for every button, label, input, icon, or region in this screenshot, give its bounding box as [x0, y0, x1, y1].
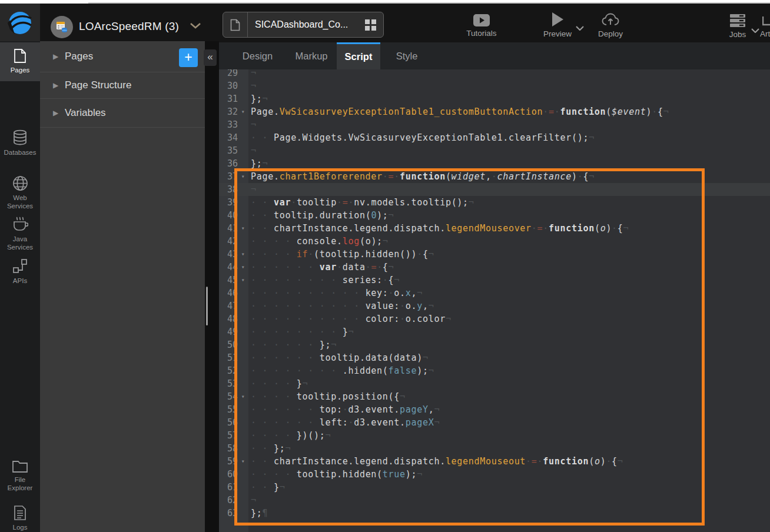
folder-icon	[12, 459, 28, 473]
line-number: 36	[219, 157, 238, 170]
project-avatar[interactable]	[51, 16, 73, 38]
code-line-48[interactable]: 48· · · · · · · · · · color:·o.color¬	[219, 312, 770, 325]
code-line-43[interactable]: 43▾· · · · if·(tooltip.hidden())·{¬	[219, 248, 770, 261]
code-lines[interactable]: 29¬30¬31};¬32▾Page.VwSicasurveyException…	[219, 69, 770, 520]
code-line-39[interactable]: 39· · var·tooltip·=·nv.models.tooltip();…	[219, 196, 770, 209]
tab-script[interactable]: Script	[337, 42, 380, 69]
fold-gutter	[238, 287, 248, 300]
expand-arrow-icon[interactable]: ▶	[53, 81, 62, 89]
code-line-51[interactable]: 51· · · · · · tooltip.data(data)¬	[219, 351, 770, 364]
layout-grid-icon[interactable]	[365, 19, 376, 31]
line-number: 49	[219, 325, 238, 338]
fold-arrow-icon[interactable]: ▾	[238, 455, 248, 468]
code-line-56[interactable]: 56· · · · · · left:·d3.event.pageX¬	[219, 416, 770, 429]
code-line-38[interactable]: 38¬	[219, 183, 770, 196]
line-number: 40	[219, 209, 238, 222]
top-bar: LOArcSpeedRM (3) SICADashboard_Co... Tut…	[0, 4, 770, 42]
preview-button[interactable]: Preview	[540, 12, 575, 38]
sidebar-item-pages[interactable]: Pages	[0, 42, 40, 81]
tab-design[interactable]: Design	[235, 42, 280, 69]
jobs-button[interactable]: Jobs	[723, 14, 752, 39]
sidebar-item-databases[interactable]: Databases	[0, 129, 40, 157]
line-number: 30	[219, 79, 238, 92]
fold-gutter	[238, 312, 248, 325]
fold-arrow-icon[interactable]: ▾	[238, 390, 248, 403]
line-number: 53	[219, 377, 238, 390]
code-line-60[interactable]: 60· · · · tooltip.hidden(true);¬	[219, 468, 770, 481]
code-line-52[interactable]: 52· · · · · · · · .hidden(false);¬	[219, 364, 770, 377]
sidebar-item-file-explorer[interactable]: File Explorer	[0, 459, 40, 492]
wavemaker-logo[interactable]	[0, 4, 40, 42]
code-line-55[interactable]: 55· · · · · · top:·d3.event.pageY,¬	[219, 403, 770, 416]
fold-gutter	[238, 235, 248, 248]
add-page-button[interactable]: +	[179, 48, 198, 67]
code-line-30[interactable]: 30¬	[219, 79, 770, 92]
code-line-31[interactable]: 31};¬	[219, 92, 770, 105]
jobs-chevron-down-icon[interactable]	[751, 28, 759, 33]
project-chevron-down-icon[interactable]	[190, 22, 201, 29]
expand-arrow-icon[interactable]: ▶	[53, 109, 62, 117]
sidebar-item-logs[interactable]: Logs	[0, 505, 40, 532]
line-number: 57	[219, 429, 238, 442]
fold-arrow-icon[interactable]: ▾	[238, 274, 248, 287]
section-pages[interactable]: ▶ Pages +	[40, 41, 205, 72]
code-line-46[interactable]: 46· · · · · · · · · · key:·o.x,¬	[219, 287, 770, 300]
code-line-36[interactable]: 36};¬	[219, 157, 770, 170]
code-line-44[interactable]: 44▾· · · · · · var·data·=·{¬	[219, 261, 770, 274]
code-line-58[interactable]: 58· · };¬	[219, 442, 770, 455]
fold-arrow-icon[interactable]: ▾	[238, 105, 248, 118]
code-line-59[interactable]: 59▾· · chartInstance.legend.dispatch.leg…	[219, 455, 770, 468]
code-line-61[interactable]: i61· · }¬	[219, 481, 770, 494]
code-line-29[interactable]: 29¬	[219, 69, 770, 79]
code-line-35[interactable]: 35¬	[219, 144, 770, 157]
line-number: 58	[219, 442, 238, 455]
section-page-structure[interactable]: ▶ Page Structure	[40, 72, 205, 99]
panel-scrollbar-thumb[interactable]	[206, 287, 208, 325]
code-line-42[interactable]: 42· · · · console.log(o);¬	[219, 235, 770, 248]
code-line-37[interactable]: 37▾Page.chart1Beforerender·=·function(wi…	[219, 170, 770, 183]
studio-window: LOArcSpeedRM (3) SICADashboard_Co... Tut…	[0, 0, 770, 532]
preview-play-icon	[551, 12, 564, 27]
open-page-tab[interactable]: SICADashboard_Co...	[223, 12, 384, 38]
code-line-49[interactable]: 49· · · · · · · · }¬	[219, 325, 770, 338]
code-line-54[interactable]: 54▾· · · · tooltip.position({¬	[219, 390, 770, 403]
line-number: 48	[219, 312, 238, 325]
code-line-40[interactable]: 40· · tooltip.duration(0);¬	[219, 209, 770, 222]
section-variables[interactable]: ▶ Variables	[40, 99, 205, 128]
fold-gutter	[238, 196, 248, 209]
line-number: 37	[219, 170, 238, 183]
fold-arrow-icon[interactable]: ▾	[238, 170, 248, 183]
code-line-34[interactable]: 34· · Page.Widgets.VwSicasurveyException…	[219, 131, 770, 144]
code-line-47[interactable]: 47· · · · · · · · · · value:·o.y,¬	[219, 300, 770, 312]
code-line-53[interactable]: 53· · · · }¬	[219, 377, 770, 390]
fold-arrow-icon[interactable]: ▾	[238, 248, 248, 261]
project-name[interactable]: LOArcSpeedRM (3)	[79, 20, 179, 33]
code-line-50[interactable]: 50· · · · · · };¬	[219, 338, 770, 351]
preview-chevron-down-icon[interactable]	[576, 26, 584, 31]
fold-gutter	[238, 442, 248, 455]
line-number: 32	[219, 105, 238, 118]
sidebar-item-java-services[interactable]: Java Services	[0, 216, 40, 251]
deploy-button[interactable]: Deploy	[593, 12, 628, 38]
code-line-45[interactable]: 45▾· · · · · · · · series:·{¬	[219, 274, 770, 287]
fold-arrow-icon[interactable]: ▾	[238, 261, 248, 274]
tutorials-button[interactable]: Tutorials	[464, 14, 499, 38]
sidebar-item-apis[interactable]: APIs	[0, 258, 40, 285]
expand-arrow-icon[interactable]: ▶	[53, 52, 62, 61]
code-line-41[interactable]: 41▾· · chartInstance.legend.dispatch.leg…	[219, 222, 770, 235]
fold-arrow-icon[interactable]: ▾	[238, 222, 248, 235]
fold-gutter	[238, 377, 248, 390]
sidebar-item-web-services[interactable]: Web Services	[0, 175, 40, 210]
project-app-icon	[55, 21, 68, 34]
code-line-33[interactable]: 33¬	[219, 118, 770, 131]
line-number: 29	[219, 69, 238, 79]
script-editor[interactable]: 29¬30¬31};¬32▾Page.VwSicasurveyException…	[219, 69, 770, 532]
tab-markup[interactable]: Markup	[288, 42, 334, 69]
collapse-panel-button[interactable]: «	[204, 49, 217, 66]
code-line-62[interactable]: 62¬	[219, 494, 770, 507]
code-line-63[interactable]: 63};¶	[219, 507, 770, 520]
code-line-32[interactable]: 32▾Page.VwSicasurveyExceptionTable1_cust…	[219, 105, 770, 118]
code-line-57[interactable]: 57· · · · })();¬	[219, 429, 770, 442]
tab-style[interactable]: Style	[389, 42, 425, 69]
artifacts-button-clipped[interactable]: Art	[760, 29, 770, 38]
